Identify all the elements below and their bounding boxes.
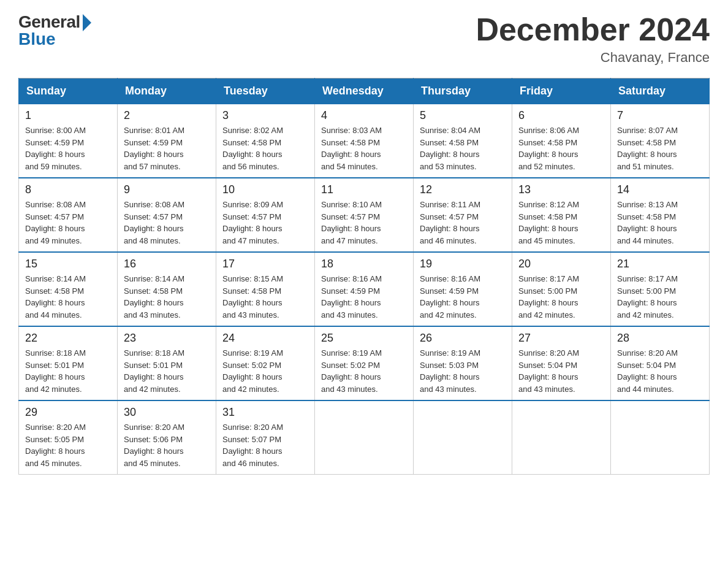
day-number: 29 xyxy=(25,406,111,419)
day-info: Sunrise: 8:16 AM Sunset: 4:59 PM Dayligh… xyxy=(420,273,506,321)
table-row: 20 Sunrise: 8:17 AM Sunset: 5:00 PM Dayl… xyxy=(512,252,611,326)
table-row: 16 Sunrise: 8:14 AM Sunset: 4:58 PM Dayl… xyxy=(118,252,216,326)
day-info: Sunrise: 8:18 AM Sunset: 5:01 PM Dayligh… xyxy=(25,347,111,395)
table-row: 17 Sunrise: 8:15 AM Sunset: 4:58 PM Dayl… xyxy=(216,252,315,326)
day-info: Sunrise: 8:19 AM Sunset: 5:02 PM Dayligh… xyxy=(222,347,308,395)
table-row: 1 Sunrise: 8:00 AM Sunset: 4:59 PM Dayli… xyxy=(19,104,118,178)
table-row: 14 Sunrise: 8:13 AM Sunset: 4:58 PM Dayl… xyxy=(611,178,710,252)
calendar-table: Sunday Monday Tuesday Wednesday Thursday… xyxy=(18,78,710,475)
day-number: 2 xyxy=(124,109,210,122)
day-number: 1 xyxy=(25,109,111,122)
table-row: 21 Sunrise: 8:17 AM Sunset: 5:00 PM Dayl… xyxy=(611,252,710,326)
calendar-week-row: 1 Sunrise: 8:00 AM Sunset: 4:59 PM Dayli… xyxy=(19,104,710,178)
table-row: 19 Sunrise: 8:16 AM Sunset: 4:59 PM Dayl… xyxy=(414,252,512,326)
day-info: Sunrise: 8:17 AM Sunset: 5:00 PM Dayligh… xyxy=(518,273,604,321)
table-row: 2 Sunrise: 8:01 AM Sunset: 4:59 PM Dayli… xyxy=(118,104,216,178)
month-title: December 2024 xyxy=(476,12,710,47)
day-number: 24 xyxy=(222,332,308,345)
day-info: Sunrise: 8:08 AM Sunset: 4:57 PM Dayligh… xyxy=(124,199,210,247)
day-number: 18 xyxy=(321,258,407,270)
day-info: Sunrise: 8:06 AM Sunset: 4:58 PM Dayligh… xyxy=(518,124,604,172)
col-monday: Monday xyxy=(118,79,216,104)
day-number: 17 xyxy=(222,258,308,270)
day-number: 11 xyxy=(321,183,407,196)
day-info: Sunrise: 8:18 AM Sunset: 5:01 PM Dayligh… xyxy=(124,347,210,395)
day-info: Sunrise: 8:19 AM Sunset: 5:03 PM Dayligh… xyxy=(420,347,506,395)
col-friday: Friday xyxy=(512,79,611,104)
table-row xyxy=(611,400,710,475)
day-number: 30 xyxy=(124,406,210,419)
col-thursday: Thursday xyxy=(414,79,512,104)
table-row: 5 Sunrise: 8:04 AM Sunset: 4:58 PM Dayli… xyxy=(414,104,512,178)
day-info: Sunrise: 8:20 AM Sunset: 5:06 PM Dayligh… xyxy=(124,421,210,469)
day-info: Sunrise: 8:13 AM Sunset: 4:58 PM Dayligh… xyxy=(617,199,703,247)
day-number: 25 xyxy=(321,332,407,345)
day-number: 5 xyxy=(420,109,506,122)
day-number: 14 xyxy=(617,183,703,196)
calendar-week-row: 15 Sunrise: 8:14 AM Sunset: 4:58 PM Dayl… xyxy=(19,252,710,326)
table-row: 8 Sunrise: 8:08 AM Sunset: 4:57 PM Dayli… xyxy=(19,178,118,252)
table-row: 4 Sunrise: 8:03 AM Sunset: 4:58 PM Dayli… xyxy=(315,104,414,178)
day-info: Sunrise: 8:20 AM Sunset: 5:04 PM Dayligh… xyxy=(518,347,604,395)
table-row xyxy=(414,400,512,475)
day-info: Sunrise: 8:16 AM Sunset: 4:59 PM Dayligh… xyxy=(321,273,407,321)
table-row: 24 Sunrise: 8:19 AM Sunset: 5:02 PM Dayl… xyxy=(216,326,315,400)
table-row: 27 Sunrise: 8:20 AM Sunset: 5:04 PM Dayl… xyxy=(512,326,611,400)
calendar-week-row: 8 Sunrise: 8:08 AM Sunset: 4:57 PM Dayli… xyxy=(19,178,710,252)
day-info: Sunrise: 8:07 AM Sunset: 4:58 PM Dayligh… xyxy=(617,124,703,172)
day-number: 13 xyxy=(518,183,604,196)
day-info: Sunrise: 8:02 AM Sunset: 4:58 PM Dayligh… xyxy=(222,124,308,172)
table-row: 23 Sunrise: 8:18 AM Sunset: 5:01 PM Dayl… xyxy=(118,326,216,400)
day-number: 6 xyxy=(518,109,604,122)
table-row: 12 Sunrise: 8:11 AM Sunset: 4:57 PM Dayl… xyxy=(414,178,512,252)
day-info: Sunrise: 8:11 AM Sunset: 4:57 PM Dayligh… xyxy=(420,199,506,247)
day-number: 4 xyxy=(321,109,407,122)
logo-blue-text: Blue xyxy=(18,29,56,49)
day-number: 15 xyxy=(25,258,111,270)
day-number: 31 xyxy=(222,406,308,419)
table-row: 7 Sunrise: 8:07 AM Sunset: 4:58 PM Dayli… xyxy=(611,104,710,178)
table-row: 26 Sunrise: 8:19 AM Sunset: 5:03 PM Dayl… xyxy=(414,326,512,400)
day-number: 19 xyxy=(420,258,506,270)
col-wednesday: Wednesday xyxy=(315,79,414,104)
day-info: Sunrise: 8:20 AM Sunset: 5:04 PM Dayligh… xyxy=(617,347,703,395)
day-number: 7 xyxy=(617,109,703,122)
table-row: 31 Sunrise: 8:20 AM Sunset: 5:07 PM Dayl… xyxy=(216,400,315,475)
col-tuesday: Tuesday xyxy=(216,79,315,104)
day-number: 9 xyxy=(124,183,210,196)
day-info: Sunrise: 8:09 AM Sunset: 4:57 PM Dayligh… xyxy=(222,199,308,247)
table-row: 28 Sunrise: 8:20 AM Sunset: 5:04 PM Dayl… xyxy=(611,326,710,400)
day-number: 27 xyxy=(518,332,604,345)
day-info: Sunrise: 8:03 AM Sunset: 4:58 PM Dayligh… xyxy=(321,124,407,172)
day-info: Sunrise: 8:14 AM Sunset: 4:58 PM Dayligh… xyxy=(124,273,210,321)
day-info: Sunrise: 8:20 AM Sunset: 5:07 PM Dayligh… xyxy=(222,421,308,469)
table-row: 29 Sunrise: 8:20 AM Sunset: 5:05 PM Dayl… xyxy=(19,400,118,475)
location-label: Chavanay, France xyxy=(476,50,710,66)
table-row: 22 Sunrise: 8:18 AM Sunset: 5:01 PM Dayl… xyxy=(19,326,118,400)
table-row: 13 Sunrise: 8:12 AM Sunset: 4:58 PM Dayl… xyxy=(512,178,611,252)
page-header: General Blue December 2024 Chavanay, Fra… xyxy=(18,12,710,66)
day-number: 21 xyxy=(617,258,703,270)
table-row: 15 Sunrise: 8:14 AM Sunset: 4:58 PM Dayl… xyxy=(19,252,118,326)
day-info: Sunrise: 8:08 AM Sunset: 4:57 PM Dayligh… xyxy=(25,199,111,247)
day-info: Sunrise: 8:17 AM Sunset: 5:00 PM Dayligh… xyxy=(617,273,703,321)
day-info: Sunrise: 8:20 AM Sunset: 5:05 PM Dayligh… xyxy=(25,421,111,469)
logo: General Blue xyxy=(18,12,91,49)
table-row: 25 Sunrise: 8:19 AM Sunset: 5:02 PM Dayl… xyxy=(315,326,414,400)
day-info: Sunrise: 8:14 AM Sunset: 4:58 PM Dayligh… xyxy=(25,273,111,321)
day-number: 22 xyxy=(25,332,111,345)
calendar-header-row: Sunday Monday Tuesday Wednesday Thursday… xyxy=(19,79,710,104)
table-row: 18 Sunrise: 8:16 AM Sunset: 4:59 PM Dayl… xyxy=(315,252,414,326)
day-number: 8 xyxy=(25,183,111,196)
table-row: 6 Sunrise: 8:06 AM Sunset: 4:58 PM Dayli… xyxy=(512,104,611,178)
day-number: 28 xyxy=(617,332,703,345)
table-row: 11 Sunrise: 8:10 AM Sunset: 4:57 PM Dayl… xyxy=(315,178,414,252)
day-info: Sunrise: 8:15 AM Sunset: 4:58 PM Dayligh… xyxy=(222,273,308,321)
day-info: Sunrise: 8:12 AM Sunset: 4:58 PM Dayligh… xyxy=(518,199,604,247)
day-number: 26 xyxy=(420,332,506,345)
day-number: 23 xyxy=(124,332,210,345)
table-row: 30 Sunrise: 8:20 AM Sunset: 5:06 PM Dayl… xyxy=(118,400,216,475)
table-row: 10 Sunrise: 8:09 AM Sunset: 4:57 PM Dayl… xyxy=(216,178,315,252)
day-info: Sunrise: 8:19 AM Sunset: 5:02 PM Dayligh… xyxy=(321,347,407,395)
title-section: December 2024 Chavanay, France xyxy=(476,12,710,66)
